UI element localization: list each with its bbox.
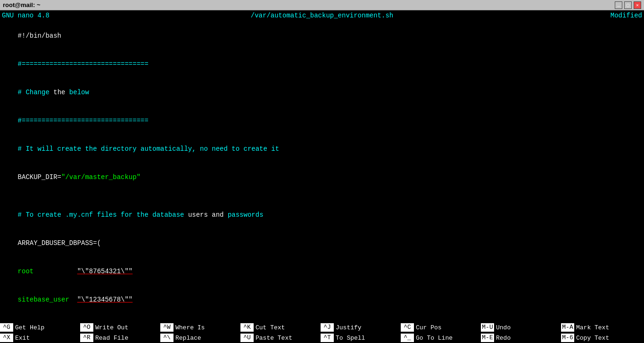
shortcut-replace[interactable]: ^\ Replace: [160, 333, 240, 343]
shortcut-key-redo: M-E: [481, 334, 494, 342]
nano-header: GNU nano 4.8 /var/automatic_backup_envir…: [0, 10, 644, 21]
shortcut-undo[interactable]: M-U Undo: [481, 322, 561, 333]
shortcut-key-curpos: ^C: [401, 323, 414, 332]
shortcut-mark-text[interactable]: M-A Mark Text: [561, 322, 641, 333]
shortcut-label-undo: Undo: [496, 324, 511, 331]
shortcut-key-replace: ^\: [160, 334, 173, 342]
line-8: # To create .my.cnf files for the databa…: [0, 201, 644, 229]
shortcut-label-copytext: Copy Text: [576, 335, 609, 342]
line-4: #================================: [0, 106, 644, 135]
shortcut-where-is[interactable]: ^W Where Is: [160, 322, 240, 333]
shortcut-cur-pos[interactable]: ^C Cur Pos: [401, 322, 481, 333]
shortcut-key-whereis: ^W: [160, 323, 173, 332]
shortcut-go-to-line[interactable]: ^_ Go To Line: [401, 333, 481, 343]
editor[interactable]: #!/bin/bash #===========================…: [0, 21, 644, 322]
line-3: # Change the below: [0, 78, 644, 106]
shortcut-key-tospell: ^T: [321, 334, 334, 342]
line-1: #!/bin/bash: [0, 22, 644, 50]
shortcut-key-copytext: M-6: [561, 334, 574, 342]
line-5: # It will create the directory automatic…: [0, 135, 644, 163]
line-2: #================================: [0, 50, 644, 78]
title-bar: root@mail: ~ _ ▢ ✕: [0, 0, 644, 10]
shortcut-key-undo: M-U: [481, 323, 494, 332]
line-11: sitebase_user "\"12345678\"": [0, 286, 644, 314]
shortcut-get-help[interactable]: ^G Get Help: [0, 322, 80, 333]
shortcut-read-file[interactable]: ^R Read File: [80, 333, 160, 343]
shortcut-label-exit: Exit: [15, 335, 30, 342]
shortcut-label-curpos: Cur Pos: [416, 324, 442, 331]
shortcut-label-marktext: Mark Text: [576, 324, 609, 331]
nano-title-right: Modified: [611, 12, 642, 19]
line-9: ARRAY_DBUSER_DBPASS=(: [0, 229, 644, 257]
shortcut-write-out[interactable]: ^O Write Out: [80, 322, 160, 333]
shortcut-label-cuttext: Cut Text: [256, 324, 285, 331]
nano-title-left: GNU nano 4.8: [2, 12, 50, 19]
shortcut-label-gethelp: Get Help: [15, 324, 44, 331]
shortcut-key-readfile: ^R: [80, 334, 93, 342]
shortcut-label-readfile: Read File: [95, 335, 128, 342]
shortcut-cut-text[interactable]: ^K Cut Text: [240, 322, 321, 333]
line-12: site1_user "\"aabbccdd\"": [0, 314, 644, 322]
shortcut-exit[interactable]: ^X Exit: [0, 333, 80, 343]
shortcut-key-gotoline: ^_: [401, 334, 414, 342]
shortcut-row-1: ^G Get Help ^O Write Out ^W Where Is ^K …: [0, 322, 644, 333]
shortcut-label-gotoline: Go To Line: [416, 335, 453, 342]
shortcut-key-writeout: ^O: [80, 323, 93, 332]
shortcut-key-gethelp: ^G: [0, 323, 13, 332]
maximize-button[interactable]: ▢: [624, 1, 632, 9]
nano-title-center: /var/automatic_backup_environment.sh: [251, 12, 393, 19]
shortcut-label-whereis: Where Is: [175, 324, 205, 331]
shortcut-label-justify: Justify: [336, 324, 362, 331]
shortcut-label-replace: Replace: [175, 335, 201, 342]
line-10: root "\"87654321\"": [0, 257, 644, 286]
shortcut-key-justify: ^J: [321, 323, 334, 332]
minimize-button[interactable]: _: [615, 1, 622, 9]
shortcut-row-2: ^X Exit ^R Read File ^\ Replace ^U Paste…: [0, 333, 644, 343]
shortcut-redo[interactable]: M-E Redo: [481, 333, 561, 343]
shortcut-key-marktext: M-A: [561, 323, 574, 332]
line-7: [0, 191, 644, 201]
shortcut-key-exit: ^X: [0, 334, 13, 342]
shortcut-key-pastetext: ^U: [240, 334, 254, 342]
shortcut-label-writeout: Write Out: [95, 324, 128, 331]
shortcut-justify[interactable]: ^J Justify: [321, 322, 401, 333]
shortcut-bars: ^G Get Help ^O Write Out ^W Where Is ^K …: [0, 322, 644, 343]
shortcut-to-spell[interactable]: ^T To Spell: [321, 333, 401, 343]
title-bar-text: root@mail: ~: [3, 1, 41, 8]
shortcut-copy-text[interactable]: M-6 Copy Text: [561, 333, 641, 343]
title-bar-buttons: _ ▢ ✕: [615, 1, 641, 9]
shortcut-key-cuttext: ^K: [240, 323, 254, 332]
shortcut-label-pastetext: Paste Text: [256, 335, 292, 342]
shortcut-paste-text[interactable]: ^U Paste Text: [240, 333, 321, 343]
shortcut-label-tospell: To Spell: [336, 335, 365, 342]
close-button[interactable]: ✕: [634, 1, 641, 9]
shortcut-label-redo: Redo: [496, 335, 511, 342]
line-6: BACKUP_DIR="/var/master_backup": [0, 163, 644, 191]
